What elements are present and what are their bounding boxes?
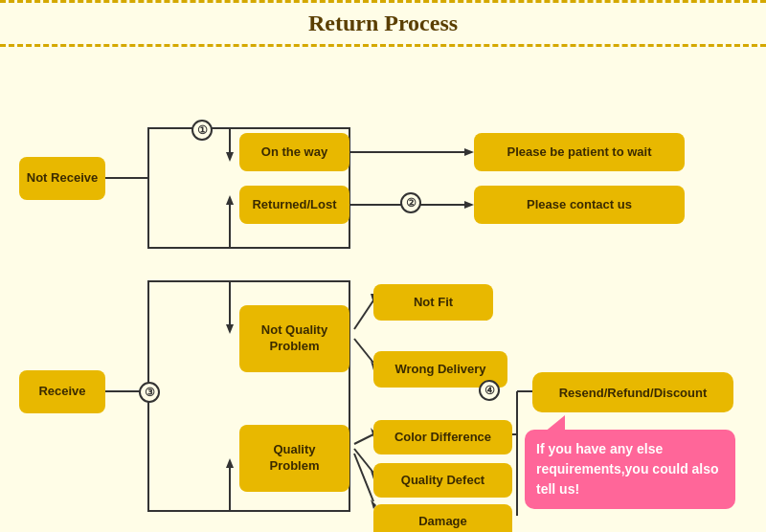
not-quality-button[interactable]: Not Quality Problem [239,305,349,372]
circle-4: ④ [479,380,500,401]
svg-marker-15 [226,458,234,468]
svg-line-24 [354,454,373,501]
resend-button[interactable]: Resend/Refund/Discount [532,372,733,412]
svg-marker-9 [226,195,234,205]
svg-line-16 [354,300,373,329]
header: Return Process [0,0,766,47]
svg-marker-3 [464,148,474,156]
svg-line-22 [354,449,373,473]
patient-wait-button[interactable]: Please be patient to wait [474,133,685,171]
damage-button[interactable]: Damage [373,504,512,532]
color-difference-button[interactable]: Color Difference [373,420,512,454]
svg-marker-5 [464,201,474,209]
svg-line-20 [354,434,373,444]
svg-marker-7 [226,152,234,162]
quality-defect-button[interactable]: Quality Defect [373,463,512,498]
not-receive-button[interactable]: Not Receive [19,157,105,200]
quality-problem-button[interactable]: Quality Problem [239,425,349,492]
main-content: Not Receive On the way Returned/Lost Ple… [0,47,766,532]
receive-button[interactable]: Receive [19,370,105,413]
on-the-way-button[interactable]: On the way [239,133,349,171]
speech-bubble: If you have any else requirements,you co… [525,430,735,509]
contact-us-button[interactable]: Please contact us [474,186,685,224]
circle-2: ② [400,192,421,213]
svg-line-18 [354,339,373,363]
page-title: Return Process [308,11,458,35]
svg-marker-13 [226,324,234,334]
not-fit-button[interactable]: Not Fit [373,284,493,321]
circle-3: ③ [139,382,160,403]
circle-1: ① [192,120,213,141]
returned-lost-button[interactable]: Returned/Lost [239,186,349,224]
